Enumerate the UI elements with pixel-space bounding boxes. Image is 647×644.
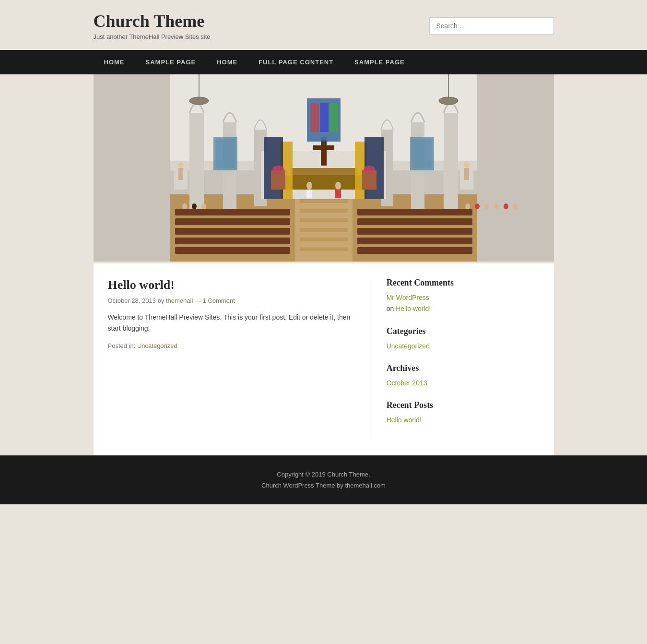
recent-comments-heading: Recent Comments — [387, 278, 540, 288]
sidebar-comment-author[interactable]: Mr WordPress — [387, 294, 540, 301]
svg-rect-21 — [357, 238, 472, 244]
footer: Copyright © 2019 Church Theme. Church Wo… — [0, 455, 647, 505]
outer-wrapper: Church Theme Just another ThemeHall Prev… — [0, 0, 647, 644]
sidebar-comment-post-link[interactable]: Hello world! — [396, 305, 431, 312]
svg-rect-54 — [335, 190, 341, 198]
svg-point-50 — [439, 97, 458, 105]
svg-point-67 — [201, 203, 206, 209]
svg-point-53 — [335, 182, 341, 190]
nav-item-sample2[interactable]: SAMPLE PAGE — [344, 50, 415, 74]
nav-item-sample1[interactable]: SAMPLE PAGE — [135, 50, 207, 74]
main-content: Hello world! October 28, 2013 by themeha… — [108, 278, 353, 441]
navbar: HOME SAMPLE PAGE HOME FULL PAGE CONTENT … — [0, 50, 647, 74]
categories-section: Categories Uncategorized — [387, 326, 540, 350]
hero-image — [94, 74, 554, 262]
svg-rect-18 — [357, 209, 472, 215]
svg-rect-42 — [329, 103, 338, 132]
archives-section: Archives October 2013 — [387, 363, 540, 387]
post-footer: Posted in: Uncategorized — [108, 342, 353, 349]
svg-rect-46 — [412, 139, 432, 168]
svg-point-51 — [306, 182, 312, 190]
search-area — [429, 17, 554, 35]
nav-item-home1[interactable]: HOME — [94, 50, 135, 74]
svg-rect-2 — [94, 74, 170, 262]
nav-item-fullpage[interactable]: FULL PAGE CONTENT — [248, 50, 344, 74]
svg-rect-3 — [477, 74, 554, 262]
post-category-link[interactable]: Uncategorized — [137, 342, 177, 349]
post-date: October 28, 2013 — [108, 297, 156, 304]
svg-point-48 — [189, 97, 209, 105]
svg-rect-33 — [313, 145, 334, 150]
content-wrapper: Hello world! October 28, 2013 by themeha… — [94, 263, 554, 455]
svg-rect-7 — [300, 199, 348, 203]
post-by: by — [158, 297, 166, 304]
svg-point-63 — [464, 161, 470, 168]
svg-rect-13 — [175, 209, 290, 215]
svg-point-70 — [484, 203, 489, 209]
post-title: Hello world! — [108, 278, 353, 292]
svg-rect-19 — [357, 218, 472, 225]
svg-rect-52 — [306, 190, 312, 198]
svg-rect-20 — [357, 228, 472, 235]
recent-posts-heading: Recent Posts — [387, 400, 540, 410]
svg-rect-8 — [300, 209, 348, 213]
svg-rect-10 — [300, 228, 348, 232]
svg-rect-14 — [175, 218, 290, 225]
svg-point-65 — [182, 203, 187, 209]
categories-heading: Categories — [387, 326, 540, 336]
svg-point-72 — [504, 203, 508, 209]
post-comment-link[interactable]: 1 Comment — [203, 297, 235, 304]
svg-rect-31 — [290, 168, 357, 175]
svg-point-69 — [475, 203, 480, 209]
svg-rect-44 — [216, 139, 235, 168]
svg-point-60 — [178, 161, 184, 168]
footer-line1: Copyright © 2019 Church Theme. — [10, 469, 637, 480]
hero-container — [94, 74, 554, 263]
post-dash: — — [195, 297, 203, 304]
post-meta: October 28, 2013 by themehall — 1 Commen… — [108, 297, 353, 304]
svg-rect-11 — [300, 238, 348, 241]
recent-comments-section: Recent Comments Mr WordPress on Hello wo… — [387, 278, 540, 313]
header: Church Theme Just another ThemeHall Prev… — [94, 0, 554, 50]
svg-rect-41 — [320, 103, 329, 132]
svg-rect-26 — [444, 113, 458, 209]
sidebar-recent-post-link[interactable]: Hello world! — [387, 416, 540, 424]
svg-rect-12 — [300, 247, 348, 251]
svg-rect-22 — [357, 247, 472, 254]
svg-point-71 — [494, 203, 499, 209]
sidebar-archive-link[interactable]: October 2013 — [387, 379, 540, 387]
svg-point-73 — [513, 203, 518, 209]
search-input[interactable] — [429, 17, 554, 35]
post-author-link[interactable]: themehall — [166, 297, 193, 304]
svg-rect-40 — [310, 103, 319, 132]
post-content: Welcome to ThemeHall Preview Sites. This… — [108, 312, 353, 335]
footer-line2: Church WordPress Theme by themehall.com — [10, 480, 637, 491]
svg-rect-17 — [175, 247, 290, 254]
recent-posts-section: Recent Posts Hello world! — [387, 400, 540, 424]
post-footer-prefix: Posted in: — [108, 342, 136, 349]
svg-rect-9 — [300, 218, 348, 222]
svg-rect-15 — [175, 228, 290, 235]
site-tagline: Just another ThemeHall Preview Sites sit… — [94, 33, 429, 40]
svg-rect-30 — [285, 175, 362, 190]
site-title-area: Church Theme Just another ThemeHall Prev… — [94, 12, 429, 40]
svg-rect-61 — [178, 168, 183, 180]
navbar-inner: HOME SAMPLE PAGE HOME FULL PAGE CONTENT … — [94, 50, 554, 74]
svg-rect-16 — [175, 238, 290, 244]
sidebar-comment-on: on — [387, 305, 396, 312]
svg-point-66 — [192, 203, 197, 209]
svg-point-56 — [272, 166, 284, 173]
svg-rect-23 — [189, 113, 204, 209]
sidebar-category-link[interactable]: Uncategorized — [387, 342, 540, 350]
svg-rect-64 — [464, 168, 469, 180]
nav-item-home2[interactable]: HOME — [206, 50, 248, 74]
site-title[interactable]: Church Theme — [94, 12, 429, 31]
svg-point-68 — [465, 203, 470, 209]
svg-point-58 — [364, 166, 375, 173]
archives-heading: Archives — [387, 363, 540, 373]
sidebar: Recent Comments Mr WordPress on Hello wo… — [372, 278, 540, 441]
